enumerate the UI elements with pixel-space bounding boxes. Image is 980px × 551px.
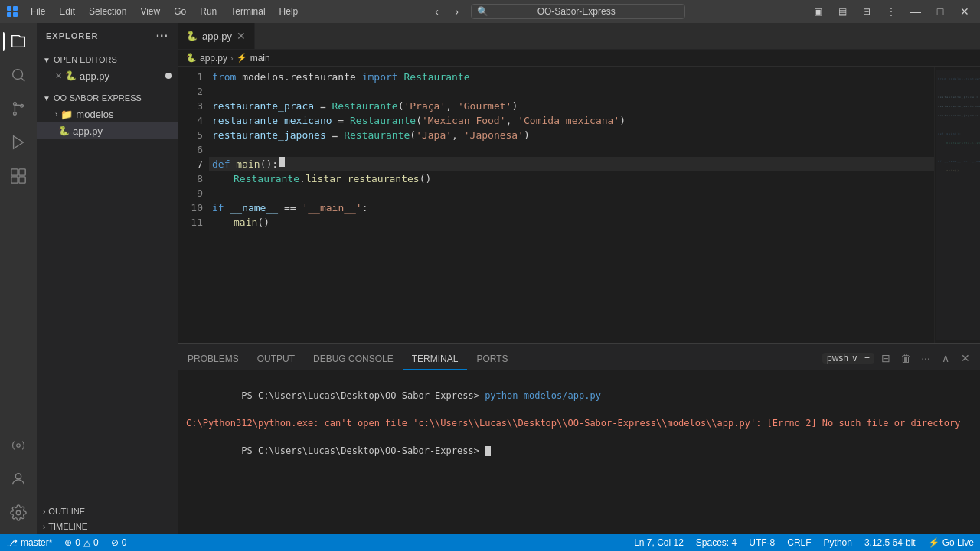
apppy-label: app.py <box>73 126 103 137</box>
open-editor-close-icon[interactable]: ✕ 🐍 app.py <box>37 67 178 84</box>
status-ln-col[interactable]: Ln 7, Col 12 <box>628 534 690 551</box>
menu-run[interactable]: Run <box>194 5 223 18</box>
source-control-activity-icon[interactable] <box>3 93 34 124</box>
breadcrumb-file[interactable]: app.py <box>200 53 227 64</box>
editor-content[interactable]: 1 2 3 4 5 6 7 8 9 10 11 from modelos.res… <box>178 67 980 343</box>
status-python-version[interactable]: 3.12.5 64-bit <box>858 534 922 551</box>
status-right: Ln 7, Col 12 Spaces: 4 UTF-8 CRLF Python… <box>628 534 980 551</box>
split-terminal-icon[interactable]: ⊟ <box>877 350 894 367</box>
panel-tab-terminal[interactable]: TERMINAL <box>403 349 468 370</box>
new-terminal-icon[interactable]: + <box>864 353 870 364</box>
menu-view[interactable]: View <box>134 5 166 18</box>
code-area[interactable]: from modelos.restaurante import Restaura… <box>209 67 934 343</box>
panel-tab-problems[interactable]: PROBLEMS <box>178 349 248 370</box>
title-search-input[interactable] <box>471 4 685 19</box>
panel-tab-output[interactable]: OUTPUT <box>248 349 304 370</box>
svg-point-7 <box>14 112 17 116</box>
panel-layout-icon[interactable]: ▣ <box>808 2 827 21</box>
project-header[interactable]: ▼ OO-SABOR-EXPRESS <box>37 90 178 106</box>
editor-close-btn[interactable]: ✕ <box>55 71 62 81</box>
code-line-1: from modelos.restaurante import Restaura… <box>209 70 934 84</box>
sidebar-item-modelos[interactable]: › 📁 modelos <box>37 106 178 122</box>
timeline-chevron: › <box>43 523 45 531</box>
py-icon-open-editor: 🐍 <box>65 70 77 81</box>
encoding-label: UTF-8 <box>749 537 775 548</box>
run-debug-activity-icon[interactable] <box>3 127 34 158</box>
explorer-activity-icon[interactable] <box>3 26 34 57</box>
settings-activity-icon[interactable] <box>3 497 34 528</box>
remote-activity-icon[interactable] <box>3 430 34 461</box>
breadcrumb-sep: › <box>230 54 234 63</box>
breadcrumb-symbol[interactable]: main <box>250 53 270 64</box>
shell-selector[interactable]: pwsh ∨ + <box>822 353 874 364</box>
svg-point-14 <box>17 444 21 448</box>
split-editor-icon[interactable]: ⊟ <box>858 2 876 21</box>
svg-rect-2 <box>7 12 11 17</box>
title-bar-left: File Edit Selection View Go Run Terminal… <box>6 5 304 18</box>
panel-more-icon[interactable]: ··· <box>917 350 934 367</box>
open-editors-header[interactable]: ▼ OPEN EDITORS <box>37 52 178 67</box>
tab-apppy[interactable]: 🐍 app.py ✕ <box>178 23 255 49</box>
status-sync[interactable]: ⊕ 0 △ 0 <box>58 534 104 551</box>
svg-marker-9 <box>14 136 24 149</box>
go-live-icon: ⚡ <box>928 537 939 548</box>
tab-close-button[interactable]: ✕ <box>237 30 246 42</box>
menu-selection[interactable]: Selection <box>83 5 132 18</box>
menu-edit[interactable]: Edit <box>53 5 81 18</box>
status-spaces[interactable]: Spaces: 4 <box>690 534 743 551</box>
menu-file[interactable]: File <box>24 5 51 18</box>
terminal-line-2: C:\Python312\python.exe: can't open file… <box>186 416 972 430</box>
timeline-header[interactable]: › TIMELINE <box>37 519 178 534</box>
nav-back-button[interactable]: ‹ <box>428 2 446 21</box>
terminal-line-3: PS C:\Users\Lucas\Desktop\OO-Sabor-Expre… <box>186 430 972 471</box>
sidebar-title: EXPLORER ··· <box>37 23 178 49</box>
terminal-prompt-2: PS C:\Users\Lucas\Desktop\OO-Sabor-Expre… <box>241 445 485 456</box>
panel-tab-ports[interactable]: PORTS <box>467 349 517 370</box>
sidebar-more-icon[interactable]: ··· <box>156 29 168 43</box>
nav-arrows: ‹ › <box>428 2 466 21</box>
branch-label: master* <box>21 537 52 548</box>
sidebar-item-apppy[interactable]: 🐍 app.py <box>37 122 178 139</box>
breadcrumb-py-icon: 🐍 <box>186 53 197 63</box>
open-editor-filename: app.py <box>80 70 109 82</box>
search-activity-icon[interactable] <box>3 60 34 90</box>
line-numbers: 1 2 3 4 5 6 7 8 9 10 11 <box>178 67 209 343</box>
tabs-bar: 🐍 app.py ✕ <box>178 23 980 50</box>
minimize-button[interactable]: — <box>906 2 925 21</box>
menu-terminal[interactable]: Terminal <box>224 5 271 18</box>
code-line-5: restaurante_japones = Restaurante('Japa'… <box>209 128 934 142</box>
customize-layout-icon[interactable]: ⋮ <box>882 2 900 21</box>
account-activity-icon[interactable] <box>3 464 34 494</box>
outline-label: OUTLINE <box>48 507 85 516</box>
apppy-icon: 🐍 <box>58 126 70 136</box>
folder-icon: 📁 <box>60 109 73 120</box>
app-icon <box>6 5 18 18</box>
close-button[interactable]: ✕ <box>956 2 974 21</box>
status-language[interactable]: Python <box>818 534 858 551</box>
status-eol[interactable]: CRLF <box>781 534 817 551</box>
editor-layout-icon[interactable]: ▤ <box>833 2 851 21</box>
status-go-live[interactable]: ⚡ Go Live <box>922 534 980 551</box>
svg-line-5 <box>21 78 24 81</box>
branch-icon: ⎇ <box>6 537 18 549</box>
terminal-content[interactable]: PS C:\Users\Lucas\Desktop\OO-Sabor-Expre… <box>178 370 980 534</box>
menu-help[interactable]: Help <box>273 5 305 18</box>
status-errors[interactable]: ⊘ 0 <box>105 534 133 551</box>
status-branch[interactable]: ⎇ master* <box>0 534 58 551</box>
timeline-label: TIMELINE <box>48 522 87 531</box>
panel-maximize-icon[interactable]: ∧ <box>937 350 954 367</box>
code-line-2 <box>209 84 934 99</box>
extensions-activity-icon[interactable] <box>3 161 34 191</box>
warning-label: 0 <box>93 537 99 548</box>
menu-go[interactable]: Go <box>168 5 192 18</box>
panel-close-icon[interactable]: ✕ <box>957 350 974 367</box>
maximize-button[interactable]: □ <box>931 2 949 21</box>
status-left: ⎇ master* ⊕ 0 △ 0 ⊘ 0 <box>0 534 132 551</box>
outline-header[interactable]: › OUTLINE <box>37 504 178 519</box>
panel-tab-debug-console[interactable]: DEBUG CONSOLE <box>304 349 403 370</box>
svg-rect-13 <box>19 177 25 183</box>
status-encoding[interactable]: UTF-8 <box>743 534 781 551</box>
svg-point-15 <box>15 474 21 479</box>
nav-forward-button[interactable]: › <box>448 2 466 21</box>
kill-terminal-icon[interactable]: 🗑 <box>897 350 914 367</box>
